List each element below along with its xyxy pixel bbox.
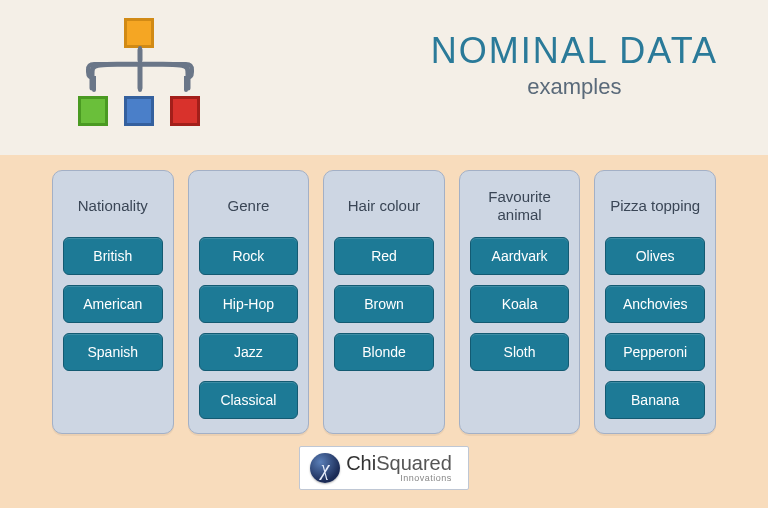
page-title: NOMINAL DATA: [431, 30, 718, 72]
connector-bracket-icon: [60, 46, 220, 98]
box-red-icon: [170, 96, 200, 126]
header: NOMINAL DATA examples: [0, 0, 768, 155]
chip: Koala: [470, 285, 570, 323]
chip: Spanish: [63, 333, 163, 371]
chip: Classical: [199, 381, 299, 419]
card-title: Genre: [199, 183, 299, 229]
card-genre: Genre Rock Hip-Hop Jazz Classical: [188, 170, 310, 434]
card-favourite-animal: Favourite animal Aardvark Koala Sloth: [459, 170, 581, 434]
logo-name: ChiSquared: [346, 453, 452, 473]
box-green-icon: [78, 96, 108, 126]
chip: British: [63, 237, 163, 275]
chip: Aardvark: [470, 237, 570, 275]
chip: Blonde: [334, 333, 434, 371]
card-pizza-topping: Pizza topping Olives Anchovies Pepperoni…: [594, 170, 716, 434]
card-title: Nationality: [63, 183, 163, 229]
title-block: NOMINAL DATA examples: [431, 30, 718, 100]
hierarchy-icon: [60, 18, 220, 138]
footer: χ ChiSquared Innovations: [0, 446, 768, 490]
chip: Red: [334, 237, 434, 275]
page-subtitle: examples: [431, 74, 718, 100]
card-nationality: Nationality British American Spanish: [52, 170, 174, 434]
box-blue-icon: [124, 96, 154, 126]
chip: Brown: [334, 285, 434, 323]
chip: Olives: [605, 237, 705, 275]
logo: χ ChiSquared Innovations: [299, 446, 469, 490]
card-title: Favourite animal: [470, 183, 570, 229]
chip: American: [63, 285, 163, 323]
chip: Rock: [199, 237, 299, 275]
chip: Pepperoni: [605, 333, 705, 371]
chip: Sloth: [470, 333, 570, 371]
chip: Jazz: [199, 333, 299, 371]
logo-mark-icon: χ: [310, 453, 340, 483]
card-title: Hair colour: [334, 183, 434, 229]
logo-sub: Innovations: [400, 474, 452, 483]
logo-name-a: Chi: [346, 452, 376, 474]
card-title: Pizza topping: [605, 183, 705, 229]
box-orange-icon: [124, 18, 154, 48]
chip: Hip-Hop: [199, 285, 299, 323]
chip: Banana: [605, 381, 705, 419]
card-hair-colour: Hair colour Red Brown Blonde: [323, 170, 445, 434]
logo-text: ChiSquared Innovations: [346, 453, 452, 483]
logo-name-b: Squared: [376, 452, 452, 474]
chip: Anchovies: [605, 285, 705, 323]
category-cards: Nationality British American Spanish Gen…: [52, 170, 716, 434]
